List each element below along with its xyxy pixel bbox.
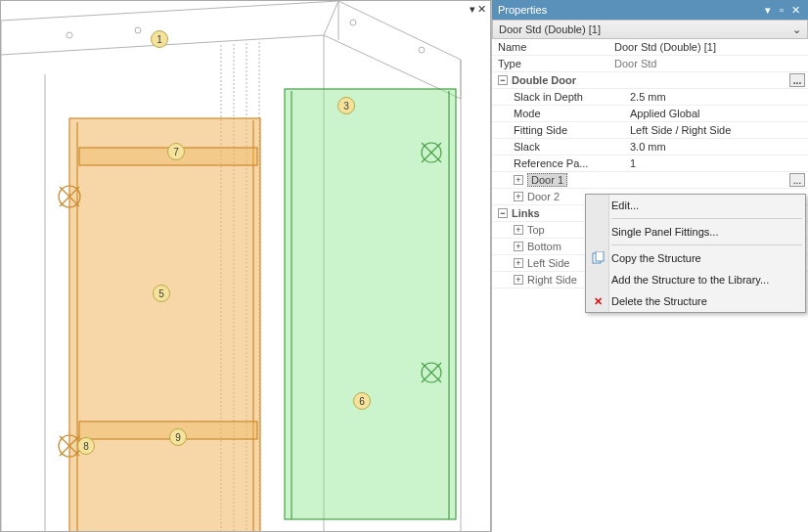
menu-single-panel-fittings[interactable]: Single Panel Fittings...: [586, 221, 805, 243]
panel-object-selector[interactable]: Door Std (Double) [1] ⌄: [492, 20, 808, 39]
expand-icon[interactable]: +: [514, 275, 523, 285]
prop-row-slack-depth[interactable]: Slack in Depth 2.5 mm: [492, 89, 808, 106]
marker-8[interactable]: 8: [77, 437, 95, 455]
marker-5[interactable]: 5: [153, 285, 170, 302]
prop-row-mode[interactable]: Mode Applied Global: [492, 106, 808, 122]
panel-pin-icon[interactable]: ▫: [775, 4, 788, 16]
model-viewport[interactable]: ▾ ✕: [0, 0, 491, 532]
marker-1[interactable]: 1: [151, 30, 168, 48]
viewport-collapse-icon[interactable]: ▾: [470, 3, 475, 16]
svg-point-2: [350, 20, 356, 25]
svg-rect-17: [596, 251, 604, 261]
prop-row-slack[interactable]: Slack 3.0 mm: [492, 139, 808, 155]
svg-point-0: [67, 32, 72, 38]
menu-separator: [611, 218, 802, 219]
prop-row-reference[interactable]: Reference Pa... 1: [492, 155, 808, 172]
marker-3[interactable]: 3: [337, 97, 355, 114]
collapse-icon[interactable]: −: [498, 208, 508, 218]
marker-7[interactable]: 7: [167, 143, 185, 160]
cabinet-drawing: [1, 1, 491, 532]
group-door1[interactable]: + Door 1 ...: [492, 172, 808, 189]
panel-title-text: Properties: [498, 4, 547, 16]
group-ellipsis-button[interactable]: ...: [789, 73, 805, 87]
expand-icon[interactable]: +: [514, 242, 523, 251]
panel-subtitle-text: Door Std (Double) [1]: [499, 23, 601, 35]
copy-icon: [590, 250, 606, 266]
expand-icon[interactable]: +: [514, 258, 523, 268]
panel-close-icon[interactable]: ✕: [788, 4, 802, 17]
panel-titlebar[interactable]: Properties ▾ ▫ ✕: [492, 0, 808, 20]
menu-separator: [611, 244, 802, 245]
collapse-icon[interactable]: −: [498, 75, 508, 85]
menu-copy-structure[interactable]: Copy the Structure: [586, 247, 805, 269]
chevron-down-icon: ⌄: [792, 23, 801, 36]
marker-6[interactable]: 6: [353, 392, 371, 410]
context-menu: Edit... Single Panel Fittings... Copy th…: [585, 194, 806, 313]
viewport-close-icon[interactable]: ✕: [477, 3, 486, 16]
panel-dropdown-icon[interactable]: ▾: [761, 4, 775, 17]
svg-rect-13: [79, 421, 257, 439]
expand-icon[interactable]: +: [514, 192, 523, 201]
menu-add-to-library[interactable]: Add the Structure to the Library...: [586, 269, 805, 290]
expand-icon[interactable]: +: [514, 225, 523, 235]
prop-row-fitting-side[interactable]: Fitting Side Left Side / Right Side: [492, 122, 808, 139]
delete-icon: ✕: [590, 293, 606, 309]
marker-9[interactable]: 9: [169, 428, 187, 446]
prop-row-type[interactable]: Type Door Std: [492, 56, 808, 72]
svg-rect-9: [69, 118, 260, 532]
menu-delete-structure[interactable]: ✕ Delete the Structure: [586, 290, 805, 312]
svg-point-3: [419, 47, 425, 53]
svg-point-1: [135, 27, 141, 33]
prop-row-name[interactable]: Name Door Std (Double) [1]: [492, 39, 808, 56]
menu-edit[interactable]: Edit...: [586, 195, 805, 216]
expand-icon[interactable]: +: [514, 175, 523, 185]
door1-ellipsis-button[interactable]: ...: [789, 173, 805, 187]
group-double-door[interactable]: − Double Door ...: [492, 72, 808, 89]
